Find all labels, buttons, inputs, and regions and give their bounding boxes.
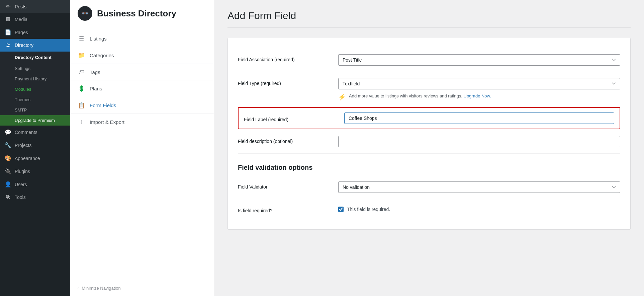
submenu-modules[interactable]: Modules: [0, 84, 70, 94]
plugins-icon: 🔌: [5, 168, 11, 174]
nav-tags[interactable]: 🏷 Tags: [70, 64, 214, 80]
sidebar-item-projects[interactable]: 🔧 Projects: [0, 139, 70, 152]
field-description-input[interactable]: [338, 136, 620, 147]
validation-section-title: Field validation options: [238, 164, 620, 171]
plugin-logo: 👓: [78, 6, 92, 21]
upgrade-now-link[interactable]: Upgrade Now.: [464, 93, 491, 98]
appearance-icon: 🎨: [5, 155, 11, 161]
field-validator-row: Field Validator No validation Email URL …: [238, 175, 620, 199]
directory-submenu: Directory Content Settings Payment Histo…: [0, 52, 70, 126]
categories-icon: 📁: [78, 52, 85, 59]
bolt-icon: ⚡: [338, 93, 346, 101]
directory-icon: 🗂: [5, 42, 11, 48]
submenu-themes[interactable]: Themes: [0, 94, 70, 105]
comments-icon: 💬: [5, 129, 11, 135]
field-validator-label: Field Validator: [238, 181, 332, 190]
submenu-payment-history[interactable]: Payment History: [0, 74, 70, 84]
field-description-control: [338, 136, 620, 147]
sidebar: ✏ Posts 🖼 Media 📄 Pages 🗂 Directory Dire…: [0, 0, 70, 296]
tools-icon: 🛠: [5, 194, 11, 200]
submenu-smtp[interactable]: SMTP: [0, 105, 70, 115]
sidebar-item-comments[interactable]: 💬 Comments: [0, 126, 70, 139]
field-association-row: Field Association (required) Post Title …: [238, 48, 620, 72]
tags-icon: 🏷: [78, 69, 85, 75]
nav-plans[interactable]: 💲 Plans: [70, 80, 214, 97]
validation-section: Field validation options: [238, 154, 620, 175]
field-type-row: Field Type (required) Textfield Textarea…: [238, 72, 620, 107]
is-required-control: This field is required.: [338, 205, 620, 212]
field-validator-control: No validation Email URL Number Phone: [338, 181, 620, 193]
field-label-label: Field Label (required): [244, 114, 338, 122]
sidebar-item-appearance[interactable]: 🎨 Appearance: [0, 152, 70, 165]
is-required-text: This field is required.: [347, 207, 390, 212]
sidebar-item-users[interactable]: 👤 Users: [0, 178, 70, 191]
page-title: Add Form Field: [227, 10, 631, 28]
projects-icon: 🔧: [5, 142, 11, 148]
is-required-checkbox[interactable]: [338, 207, 344, 212]
field-label-control: [344, 113, 614, 124]
nav-import-export[interactable]: ↕ Import & Export: [70, 114, 214, 130]
field-label-highlighted-row: Field Label (required): [238, 107, 620, 129]
sidebar-item-pages[interactable]: 📄 Pages: [0, 26, 70, 39]
logo-icon: 👓: [81, 10, 89, 17]
field-association-label: Field Association (required): [238, 54, 332, 62]
sidebar-item-posts[interactable]: ✏ Posts: [0, 0, 70, 13]
field-association-select[interactable]: Post Title Post Content Custom Field: [338, 54, 620, 66]
import-export-icon: ↕: [78, 119, 85, 125]
middle-panel: 👓 Business Directory ☰ Listings 📁 Catego…: [70, 0, 214, 296]
nav-form-fields[interactable]: 📋 Form Fields: [70, 97, 214, 114]
field-description-row: Field description (optional): [238, 130, 620, 154]
users-icon: 👤: [5, 181, 11, 188]
sidebar-item-media[interactable]: 🖼 Media: [0, 13, 70, 26]
upgrade-notice: ⚡ Add more value to listings with visito…: [338, 93, 620, 101]
submenu-settings[interactable]: Settings: [0, 63, 70, 74]
is-required-label: Is field required?: [238, 205, 332, 213]
form-section: Field Association (required) Post Title …: [227, 38, 631, 230]
minimize-nav-button[interactable]: ‹ Minimize Navigation: [70, 280, 214, 296]
plans-icon: 💲: [78, 85, 85, 92]
field-validator-select[interactable]: No validation Email URL Number Phone: [338, 181, 620, 193]
chevron-left-icon: ‹: [78, 286, 79, 291]
listings-icon: ☰: [78, 35, 85, 42]
sidebar-item-plugins[interactable]: 🔌 Plugins: [0, 165, 70, 178]
field-type-label: Field Type (required): [238, 78, 332, 86]
field-label-input[interactable]: [344, 113, 614, 124]
sidebar-item-tools[interactable]: 🛠 Tools: [0, 191, 70, 204]
submenu-title: Directory Content: [0, 52, 70, 63]
middle-nav: ☰ Listings 📁 Categories 🏷 Tags 💲 Plans 📋…: [70, 27, 214, 134]
media-icon: 🖼: [5, 16, 11, 22]
field-type-control: Textfield Textarea Checkbox Radio Select…: [338, 78, 620, 101]
form-fields-icon: 📋: [78, 102, 85, 109]
field-association-control: Post Title Post Content Custom Field: [338, 54, 620, 66]
plugin-title: Business Directory: [97, 8, 176, 19]
field-description-label: Field description (optional): [238, 136, 332, 144]
is-required-row: Is field required? This field is require…: [238, 199, 620, 219]
field-type-select[interactable]: Textfield Textarea Checkbox Radio Select: [338, 78, 620, 89]
main-content: Add Form Field Field Association (requir…: [214, 0, 644, 296]
pages-icon: 📄: [5, 29, 11, 35]
middle-header: 👓 Business Directory: [70, 0, 214, 27]
submenu-upgrade[interactable]: Upgrade to Premium: [0, 115, 70, 126]
nav-listings[interactable]: ☰ Listings: [70, 30, 214, 47]
nav-categories[interactable]: 📁 Categories: [70, 47, 214, 64]
posts-icon: ✏: [5, 3, 11, 10]
sidebar-item-directory[interactable]: 🗂 Directory: [0, 39, 70, 52]
